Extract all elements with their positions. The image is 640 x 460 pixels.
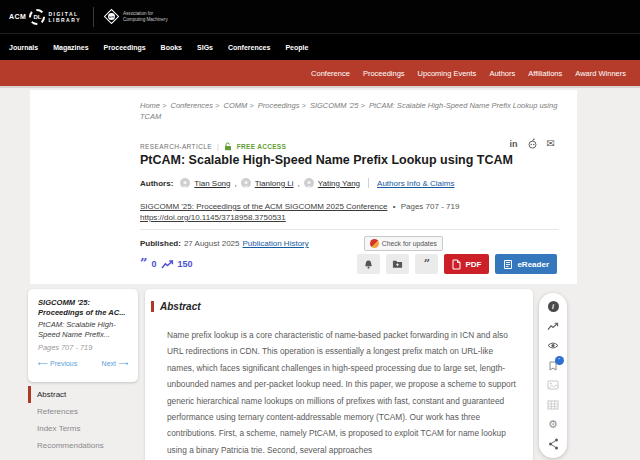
conf-nav-affiliations[interactable]: Affiliations xyxy=(528,69,562,78)
authors-row: Authors: Tian Song, Tianlong Li, Yating … xyxy=(140,178,454,188)
breadcrumb-proceedings[interactable]: Proceedings xyxy=(258,101,300,110)
conf-nav-conference[interactable]: Conference xyxy=(311,69,350,78)
ereader-button[interactable]: eReader xyxy=(495,254,557,274)
section-nav-recommendations[interactable]: Recommendations xyxy=(28,437,140,454)
trending-icon xyxy=(547,322,559,331)
nav-item-books[interactable]: Books xyxy=(161,44,182,51)
abstract-heading-bar xyxy=(151,301,154,312)
nav-item-journals[interactable]: Journals xyxy=(9,44,38,51)
author-avatar[interactable] xyxy=(304,178,314,188)
ereader-button-label: eReader xyxy=(517,260,549,269)
info-button[interactable]: i xyxy=(547,300,560,313)
section-nav: Abstract References Index Terms Recommen… xyxy=(28,386,140,460)
breadcrumb: Home> Conferences> COMM> Proceedings> SI… xyxy=(140,100,559,122)
next-label: Next xyxy=(102,360,116,367)
published-date: 27 August 2025 xyxy=(184,239,240,248)
pdf-button[interactable]: PDF xyxy=(444,254,489,274)
acm-association-logo[interactable]: acm Association for Computing Machinery xyxy=(106,11,168,22)
email-icon[interactable]: ✉ xyxy=(547,138,555,149)
author-link-yating-yang[interactable]: Yating Yang xyxy=(318,179,360,188)
pages-label: Pages 707 - 719 xyxy=(401,202,460,211)
doi-row: https://doi.org/10.1145/3718958.3750531 xyxy=(140,213,286,222)
nav-item-sigs[interactable]: SIGs xyxy=(197,44,213,51)
author-comma: , xyxy=(298,179,300,188)
breadcrumb-home[interactable]: Home xyxy=(140,101,160,110)
breadcrumb-sigcomm25[interactable]: SIGCOMM '25 xyxy=(310,101,359,110)
metric-count[interactable]: 150 xyxy=(178,259,193,269)
breadcrumb-separator: > xyxy=(160,101,168,110)
citation-count[interactable]: 0 xyxy=(151,259,156,269)
previous-article-link[interactable]: ⟵ Previous xyxy=(38,360,77,368)
save-to-binder-button[interactable] xyxy=(386,254,409,274)
header-divider xyxy=(93,7,94,27)
breadcrumb-conferences[interactable]: Conferences xyxy=(171,101,214,110)
alert-bell-button[interactable] xyxy=(357,254,380,274)
view-button[interactable] xyxy=(547,339,560,352)
digital-library-text: DIGITAL LIBRARY xyxy=(48,11,81,23)
authors-divider xyxy=(368,178,369,188)
action-buttons: ” PDF eReader xyxy=(357,254,557,274)
authors-label: Authors: xyxy=(140,179,173,188)
tables-button[interactable] xyxy=(547,399,560,412)
check-for-updates-button[interactable]: Check for updates xyxy=(364,236,443,251)
association-line1: Association for xyxy=(123,11,153,16)
abstract-panel: Abstract Name prefix lookup is a core ch… xyxy=(145,289,533,460)
association-line2: Computing Machinery xyxy=(123,17,168,22)
author-avatar[interactable] xyxy=(241,178,251,188)
share-button[interactable] xyxy=(547,438,560,451)
main-nav: Journals Magazines Proceedings Books SIG… xyxy=(0,33,640,60)
author-link-tianlong-li[interactable]: Tianlong Li xyxy=(255,179,294,188)
figures-button[interactable] xyxy=(547,379,560,392)
section-nav-abstract[interactable]: Abstract xyxy=(28,386,140,403)
proceedings-link[interactable]: SIGCOMM '25: Proceedings of the ACM SIGC… xyxy=(140,202,387,211)
settings-button[interactable]: ⚙ xyxy=(547,418,560,431)
share-icons: in ✉ xyxy=(510,138,555,149)
conf-nav-authors[interactable]: Authors xyxy=(489,69,515,78)
nav-item-magazines[interactable]: Magazines xyxy=(53,44,88,51)
eye-icon xyxy=(547,341,559,350)
breadcrumb-separator: > xyxy=(358,101,366,110)
citation-badge: ” xyxy=(555,356,564,365)
acm-badge-text: acm xyxy=(108,13,115,20)
cite-button[interactable]: ” xyxy=(415,254,438,274)
section-nav-index-terms[interactable]: Index Terms xyxy=(28,420,140,437)
dl-gear-icon: DL xyxy=(29,9,45,25)
conf-nav-proceedings[interactable]: Proceedings xyxy=(363,69,405,78)
conference-nav: Conference Proceedings Upcoming Events A… xyxy=(0,60,640,88)
author-avatar[interactable] xyxy=(180,178,190,188)
table-icon xyxy=(547,400,559,410)
doi-link[interactable]: https://doi.org/10.1145/3718958.3750531 xyxy=(140,213,286,222)
bell-icon xyxy=(363,259,374,270)
dl-logo-text: DL xyxy=(33,14,41,20)
page-title: PtCAM: Scalable High-Speed Name Prefix L… xyxy=(140,153,559,167)
breadcrumb-comm[interactable]: COMM xyxy=(224,101,248,110)
authors-info-claims-link[interactable]: Authors Info & Claims xyxy=(377,179,454,188)
proceeding-article-title: PtCAM: Scalable High-Speed Name Prefix..… xyxy=(38,320,128,339)
article-type-label: RESEARCH-ARTICLE xyxy=(140,143,212,150)
free-access-label: FREE ACCESS xyxy=(237,143,286,150)
metrics-button[interactable] xyxy=(547,320,560,333)
proceeding-card: SIGCOMM '25: Proceedings of the AC... Pt… xyxy=(28,289,138,382)
type-access-divider: | xyxy=(217,143,219,150)
proceeding-pages: Pages 707 - 719 xyxy=(38,343,128,352)
reddit-icon[interactable] xyxy=(527,138,538,149)
ereader-icon xyxy=(503,259,513,270)
next-article-link[interactable]: Next ⟶ xyxy=(102,360,128,368)
citations-button[interactable]: ” xyxy=(547,359,560,372)
acm-diamond-icon: acm xyxy=(104,9,120,25)
section-nav-references[interactable]: References xyxy=(28,403,140,420)
conf-nav-award-winners[interactable]: Award Winners xyxy=(575,69,626,78)
nav-item-proceedings[interactable]: Proceedings xyxy=(104,44,146,51)
breadcrumb-separator: > xyxy=(247,101,255,110)
acm-dl-logo[interactable]: ACM DL DIGITAL LIBRARY xyxy=(9,9,81,25)
publication-history-link[interactable]: Publication History xyxy=(243,239,309,248)
nav-item-conferences[interactable]: Conferences xyxy=(228,44,270,51)
crossmark-icon xyxy=(370,239,379,248)
previous-arrow-icon: ⟵ xyxy=(38,360,48,367)
proceeding-title[interactable]: SIGCOMM '25: Proceedings of the AC... xyxy=(38,298,128,317)
nav-item-people[interactable]: People xyxy=(285,44,308,51)
conf-nav-upcoming-events[interactable]: Upcoming Events xyxy=(418,69,477,78)
section-nav-comments[interactable]: Comments xyxy=(28,454,140,460)
author-link-tian-song[interactable]: Tian Song xyxy=(194,179,230,188)
linkedin-icon[interactable]: in xyxy=(510,139,518,149)
